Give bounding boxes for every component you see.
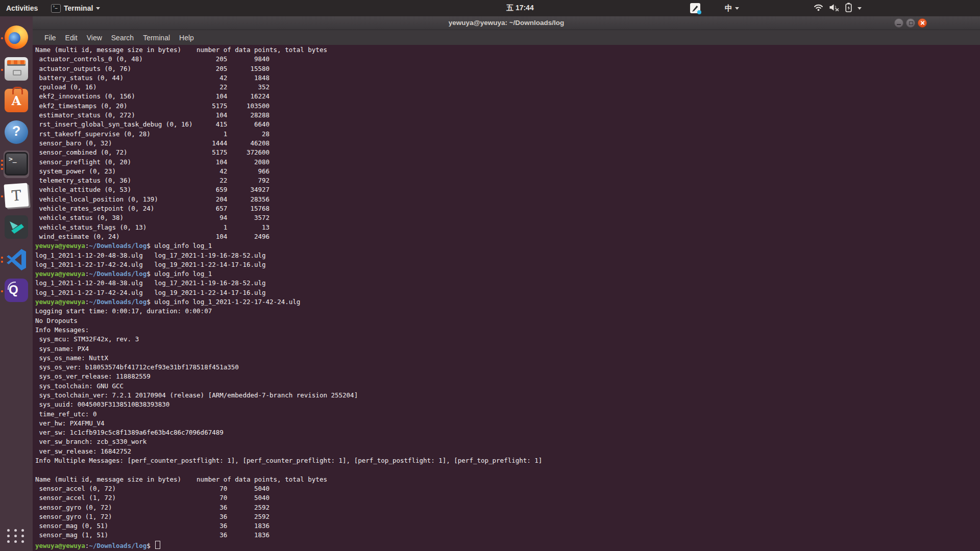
terminal-table-row: sensor_mag (1, 51) 36 1836 (35, 531, 980, 540)
input-method-indicator[interactable] (690, 0, 700, 16)
terminal-output-line: sys_os_ver: b18053574bf41712cef93e31bf17… (35, 363, 980, 372)
menu-search[interactable]: Search (107, 32, 138, 43)
terminal-prompt-line: yewuya@yewuya:~/Downloads/log$ (35, 541, 980, 550)
terminal-table-row: actuator_outputs (0, 76) 205 15580 (35, 65, 980, 74)
prompt-user: yewuya@yewuya (35, 298, 85, 306)
running-indicator-dots (1, 181, 3, 212)
terminal-table-row: vehicle_status (0, 38) 94 3572 (35, 214, 980, 223)
help-icon (5, 120, 28, 144)
dock-item-ubuntu-software[interactable] (0, 86, 33, 117)
system-status-menu[interactable] (814, 0, 862, 16)
terminal-table-header: Name (multi id, message size in bytes) n… (35, 475, 980, 485)
prompt-sigil: $ (146, 542, 154, 549)
terminal-output-line: sys_uuid: 0045003F3138510B38393830 (35, 400, 980, 410)
prompt-command: ulog_info log_1 (154, 242, 212, 249)
terminal-file-list-line: log_1_2021-1-22-17-42-24.ulg log_19_2021… (35, 289, 980, 298)
prompt-sigil: $ (146, 242, 154, 249)
minimize-button[interactable] (894, 18, 903, 28)
files-icon (5, 57, 28, 81)
terminal-output-line: sys_os_name: NuttX (35, 354, 980, 363)
terminal-table-row: ekf2_innovations (0, 156) 104 16224 (35, 92, 980, 102)
terminal-table-row: wind_estimate (0, 24) 104 2496 (35, 233, 980, 242)
dock-item-qgroundcontrol[interactable] (0, 276, 33, 307)
terminal-blank-line (35, 466, 980, 475)
activities-button[interactable]: Activities (6, 0, 38, 16)
terminal-output-area[interactable]: Name (multi id, message size in bytes) n… (33, 45, 980, 551)
input-method-icon (690, 3, 700, 13)
running-indicator-dots (1, 22, 3, 54)
terminal-table-row: sensor_mag (0, 51) 36 1836 (35, 522, 980, 531)
terminal-output-line: ver_hw: PX4FMU_V4 (35, 419, 980, 429)
ubuntu-software-icon (5, 89, 28, 112)
terminal-output-line: Logging start time: 0:00:17, duration: 0… (35, 307, 980, 316)
dock-item-firefox[interactable] (0, 22, 33, 54)
menu-terminal[interactable]: Terminal (138, 32, 175, 43)
terminal-output-line: No Dropouts (35, 317, 980, 326)
show-applications-button[interactable] (7, 529, 26, 543)
terminal-output-line: sys_os_ver_release: 118882559 (35, 372, 980, 382)
window-title: yewuya@yewuya: ~/Downloads/log (33, 16, 980, 30)
window-controls (894, 18, 927, 28)
terminal-cursor (155, 541, 160, 549)
text-editor-icon (4, 183, 29, 208)
terminal-table-row: estimator_status (0, 272) 104 28288 (35, 111, 980, 120)
maximize-button[interactable] (906, 18, 915, 28)
keyboard-layout-label: 中 (725, 4, 732, 13)
terminal-output-line: Info Messages: (35, 326, 980, 335)
keyboard-layout-menu[interactable]: 中 (725, 0, 739, 16)
prompt-command: ulog_info log_1_2021-1-22-17-42-24.ulg (154, 298, 300, 306)
dock-item-help[interactable] (0, 117, 33, 149)
terminal-output-line: sys_toolchain: GNU GCC (35, 382, 980, 391)
terminal-output-line: sys_name: PX4 (35, 345, 980, 354)
ime-status-dot (697, 10, 701, 14)
prompt-user: yewuya@yewuya (35, 542, 85, 549)
dock-item-vscode[interactable] (0, 244, 33, 276)
dock-item-files[interactable] (0, 54, 33, 86)
terminal-output-line: Info Multiple Messages: [perf_counter_po… (35, 457, 980, 466)
prompt-sigil: $ (146, 270, 154, 278)
chevron-down-icon (735, 7, 739, 10)
clock[interactable]: 五 17:44 (506, 0, 534, 16)
terminal-table-row: sensor_accel (0, 72) 70 5040 (35, 485, 980, 494)
menu-help[interactable]: Help (175, 32, 199, 43)
dock-item-terminal[interactable] (0, 149, 33, 181)
running-indicator-dots (1, 149, 3, 181)
terminal-output-line: sys_mcu: STM32F42x, rev. 3 (35, 335, 980, 344)
top-bar: Activities Terminal 五 17:44 中 (0, 0, 980, 16)
firefox-icon (5, 26, 28, 49)
terminal-file-list-line: log_1_2021-1-12-20-48-38.ulg log_17_2021… (35, 279, 980, 288)
dock-item-text-editor[interactable] (0, 181, 33, 212)
app-menu-button[interactable]: Terminal (51, 0, 100, 16)
terminal-table-row: sensor_gyro (0, 72) 36 2592 (35, 504, 980, 513)
terminal-menubar: File Edit View Search Terminal Help (33, 30, 980, 45)
menu-view[interactable]: View (82, 32, 107, 43)
terminal-table-row: ekf2_timestamps (0, 20) 5175 103500 (35, 102, 980, 111)
prompt-command: ulog_info log_1 (154, 270, 212, 278)
battery-icon (845, 3, 852, 14)
menu-file[interactable]: File (40, 32, 61, 43)
terminal-output-line: ver_sw_branch: zcb_s330_work (35, 438, 980, 447)
terminal-table-row: vehicle_attitude (0, 53) 659 34927 (35, 186, 980, 195)
dock-item-dev-app[interactable] (0, 212, 33, 244)
running-indicator-dots (1, 54, 3, 86)
terminal-output-line: ver_sw_release: 16842752 (35, 447, 980, 457)
wifi-icon (814, 4, 823, 13)
running-indicator-dots (1, 244, 3, 276)
prompt-path: ~/Downloads/log (89, 542, 146, 549)
terminal-table-row: cpuload (0, 16) 22 352 (35, 83, 980, 92)
prompt-path: ~/Downloads/log (89, 242, 146, 249)
terminal-table-row: rst_takeoff_supervise (0, 28) 1 28 (35, 130, 980, 139)
terminal-icon (5, 152, 28, 176)
menu-edit[interactable]: Edit (61, 32, 82, 43)
running-indicator-dots (1, 276, 3, 307)
terminal-output-line: time_ref_utc: 0 (35, 410, 980, 419)
terminal-table-row: sensor_preflight (0, 20) 104 2080 (35, 158, 980, 167)
close-button[interactable] (918, 18, 927, 28)
terminal-prompt-line: yewuya@yewuya:~/Downloads/log$ ulog_info… (35, 270, 980, 279)
terminal-app-icon (51, 4, 61, 13)
terminal-table-row: sensor_combined (0, 72) 5175 372600 (35, 148, 980, 158)
dock (0, 16, 33, 551)
terminal-prompt-line: yewuya@yewuya:~/Downloads/log$ ulog_info… (35, 298, 980, 307)
terminal-table-row: vehicle_local_position (0, 139) 204 2835… (35, 195, 980, 205)
window-titlebar[interactable]: yewuya@yewuya: ~/Downloads/log (33, 16, 980, 30)
